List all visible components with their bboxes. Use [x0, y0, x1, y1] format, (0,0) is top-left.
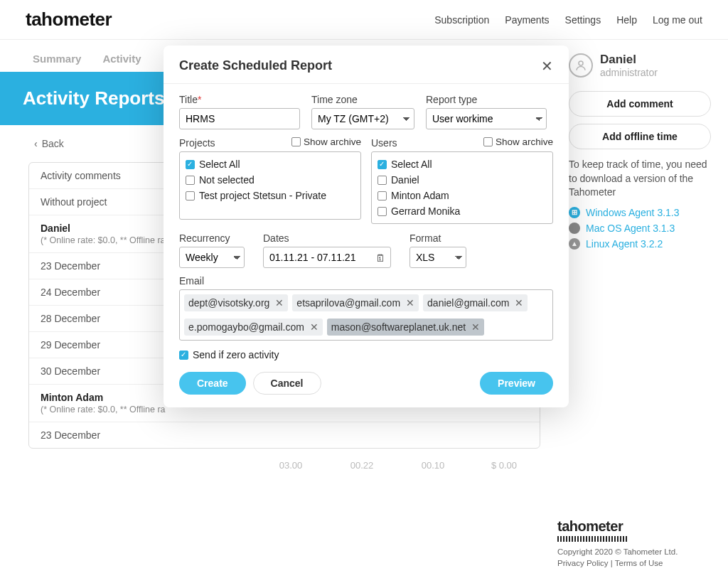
- checkbox-icon: [378, 207, 387, 216]
- create-scheduled-report-modal: Create Scheduled Report ✕ Title* Time zo…: [164, 46, 569, 407]
- user-option-select-all[interactable]: Select All: [378, 156, 547, 172]
- apple-icon: [569, 223, 580, 234]
- checkbox-icon: [378, 176, 387, 185]
- format-label: Format: [410, 232, 466, 244]
- email-chip[interactable]: daniel@gmail.com✕: [423, 294, 528, 311]
- create-button[interactable]: Create: [179, 372, 246, 395]
- project-option-select-all[interactable]: Select All: [186, 156, 355, 172]
- calendar-icon[interactable]: 🗓: [375, 252, 385, 264]
- timezone-label: Time zone: [311, 94, 414, 105]
- footer-links[interactable]: Privacy Policy | Terms of Use: [557, 557, 714, 569]
- cancel-button[interactable]: Cancel: [253, 372, 321, 395]
- email-label: Email: [179, 275, 553, 287]
- remove-chip-icon[interactable]: ✕: [275, 297, 284, 309]
- barcode-decoration: [557, 536, 628, 542]
- preview-button[interactable]: Preview: [480, 372, 553, 395]
- ghost-c: 00.10: [408, 460, 458, 471]
- projects-show-archive[interactable]: Show archive: [291, 137, 361, 147]
- sidebar: Daniel administrator Add comment Add off…: [564, 40, 728, 478]
- footer-logo: tahometer: [557, 518, 714, 535]
- add-comment-button[interactable]: Add comment: [569, 91, 711, 117]
- nav-logout[interactable]: Log me out: [653, 14, 702, 26]
- ghost-a: 03.00: [266, 460, 316, 471]
- agent-mac-link[interactable]: Mac OS Agent 3.1.3: [586, 223, 675, 234]
- recurrency-label: Recurrency: [179, 232, 245, 244]
- svg-point-0: [579, 61, 583, 65]
- sidebar-user-name: Daniel: [600, 53, 658, 67]
- report-type-select[interactable]: User workime: [426, 108, 547, 129]
- nav-subscription[interactable]: Subscription: [434, 14, 489, 26]
- nav-settings[interactable]: Settings: [565, 14, 601, 26]
- close-icon[interactable]: ✕: [541, 59, 553, 73]
- email-chip[interactable]: etsaprilova@gmail.com✕: [292, 294, 419, 311]
- tab-activity[interactable]: Activity: [102, 53, 141, 65]
- list-item[interactable]: 23 December: [29, 422, 540, 448]
- agent-windows[interactable]: ⊞ Windows Agent 3.1.3: [569, 207, 717, 218]
- email-chip-input[interactable]: dept@visotsky.org✕ etsaprilova@gmail.com…: [179, 289, 553, 341]
- ghost-d: $ 0.00: [479, 460, 529, 471]
- project-option-test-project[interactable]: Test project Stetsun - Private: [186, 188, 355, 203]
- checkbox-icon: [186, 191, 195, 200]
- remove-chip-icon[interactable]: ✕: [406, 297, 414, 309]
- report-type-label: Report type: [426, 94, 553, 105]
- user-sub: (* Online rate: $0.0, ** Offline ra: [41, 405, 166, 414]
- timezone-select[interactable]: My TZ (GMT+2): [311, 108, 414, 129]
- download-note: To keep track of time, you need to downl…: [569, 158, 717, 200]
- checkbox-icon: [378, 160, 387, 169]
- modal-title: Create Scheduled Report: [179, 58, 332, 73]
- checkbox-icon: [378, 191, 387, 200]
- title-label: Title*: [179, 94, 300, 105]
- sidebar-user-role: administrator: [600, 67, 658, 78]
- checkbox-icon: [186, 176, 195, 185]
- agent-mac[interactable]: Mac OS Agent 3.1.3: [569, 223, 717, 234]
- topbar: tahometer Subscription Payments Settings…: [0, 0, 728, 40]
- user-block: Daniel administrator: [569, 53, 717, 78]
- email-chip[interactable]: e.pomogaybo@gmail.com✕: [184, 319, 323, 336]
- agent-linux-link[interactable]: Linux Agent 3.2.2: [586, 238, 663, 250]
- users-show-archive[interactable]: Show archive: [483, 137, 553, 147]
- users-listbox[interactable]: Select All Daniel Minton Adam Gerrard Mo…: [371, 151, 553, 224]
- back-label: Back: [42, 138, 64, 149]
- dates-label: Dates: [263, 232, 391, 244]
- top-nav: Subscription Payments Settings Help Log …: [434, 14, 702, 26]
- agent-windows-link[interactable]: Windows Agent 3.1.3: [586, 207, 680, 218]
- checkbox-icon: [483, 137, 493, 146]
- add-offline-button[interactable]: Add offline time: [569, 124, 711, 149]
- users-label: Users: [371, 137, 397, 149]
- activity-totals-row: 03.00 00.22 00.10 $ 0.00: [28, 453, 540, 478]
- email-chip[interactable]: dept@visotsky.org✕: [184, 294, 288, 311]
- user-label: Minton Adam: [41, 392, 103, 403]
- project-option-not-selected[interactable]: Not selected: [186, 172, 355, 188]
- ghost-b: 00.22: [337, 460, 387, 471]
- user-option[interactable]: Gerrard Monika: [378, 203, 547, 219]
- format-select[interactable]: XLS: [410, 247, 466, 268]
- dates-input[interactable]: [263, 247, 391, 268]
- projects-label: Projects: [179, 137, 215, 149]
- remove-chip-icon[interactable]: ✕: [310, 321, 318, 333]
- send-if-zero-checkbox[interactable]: Send if zero activity: [179, 349, 553, 360]
- projects-listbox[interactable]: Select All Not selected Test project Ste…: [179, 151, 361, 220]
- recurrency-select[interactable]: Weekly: [179, 247, 245, 268]
- checkbox-icon: [186, 160, 195, 169]
- logo: tahometer: [26, 9, 112, 31]
- agent-linux[interactable]: ▲ Linux Agent 3.2.2: [569, 238, 717, 250]
- title-input[interactable]: [179, 108, 300, 129]
- chevron-left-icon: ‹: [34, 138, 38, 149]
- send-if-zero-label: Send if zero activity: [193, 349, 279, 360]
- remove-chip-icon[interactable]: ✕: [515, 297, 523, 309]
- user-option[interactable]: Daniel: [378, 172, 547, 188]
- nav-payments[interactable]: Payments: [505, 14, 549, 26]
- footer-copyright: Copyright 2020 © Tahometer Ltd.: [557, 546, 714, 557]
- linux-icon: ▲: [569, 238, 580, 250]
- nav-help[interactable]: Help: [616, 14, 637, 26]
- checkbox-icon: [291, 137, 301, 146]
- user-label: Daniel: [41, 223, 70, 234]
- remove-chip-icon[interactable]: ✕: [471, 321, 480, 333]
- footer-brand: tahometer Copyright 2020 © Tahometer Ltd…: [557, 518, 714, 569]
- tab-summary[interactable]: Summary: [33, 53, 81, 65]
- user-sub: (* Online rate: $0.0, ** Offline ra: [41, 235, 166, 245]
- checkbox-icon: [179, 351, 188, 360]
- email-chip-selected[interactable]: mason@softwareplanet.uk.net✕: [327, 319, 484, 336]
- windows-icon: ⊞: [569, 207, 580, 218]
- user-option[interactable]: Minton Adam: [378, 188, 547, 203]
